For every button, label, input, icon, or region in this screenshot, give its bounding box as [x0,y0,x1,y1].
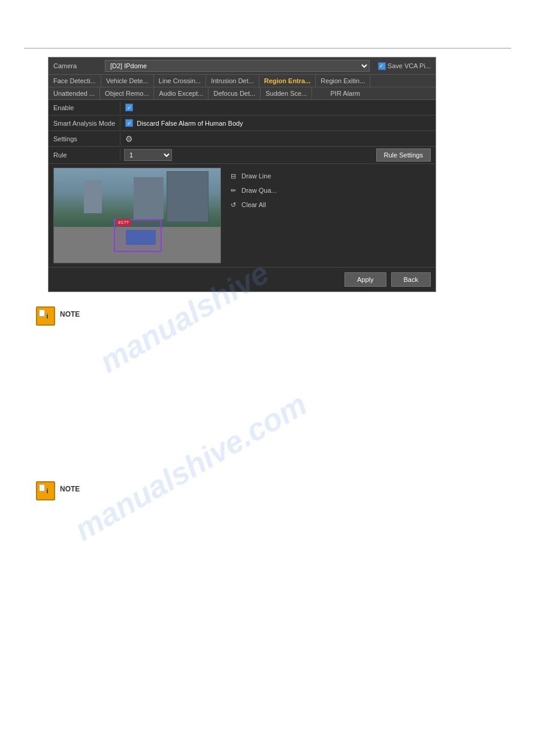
video-background: #1?? [54,168,220,263]
note-section-1: i NOTE [24,306,511,326]
video-frame: #1?? [53,168,221,263]
tab-region-exiting[interactable]: Region Exitin... [316,75,370,87]
save-vca-label: Save VCA Pi... [388,62,431,69]
draw-line-item[interactable]: ⊟ Draw Line [226,170,431,182]
tab-line-crossing[interactable]: Line Crossin... [154,75,206,87]
video-toolbar: ⊟ Draw Line ✏ Draw Qua... ↺ Clear All [226,168,431,263]
settings-row: Settings ⚙ [49,131,436,147]
building-3 [84,180,102,213]
rule-select[interactable]: 1 [124,149,172,161]
form-area: Enable ✓ Smart Analysis Mode ✓ Discard F… [49,100,436,164]
settings-value: ⚙ [120,132,436,146]
tab-audio-exception[interactable]: Audio Except... [154,87,208,99]
draw-line-label: Draw Line [241,172,271,180]
smart-analysis-checkbox[interactable]: ✓ [125,119,133,127]
draw-line-icon: ⊟ [228,171,238,181]
tab-intrusion[interactable]: Intrusion Det... [206,75,259,87]
rule-label: Rule [49,149,120,161]
tab-pir-alarm[interactable]: PIR Alarm [312,87,378,99]
building-1 [167,171,208,222]
smart-analysis-value: ✓ Discard False Alarm of Human Body [120,117,436,129]
camera-row: Camera [D2] IPdome ✓ Save VCA Pi... [49,57,436,75]
rule-row: Rule 1 Rule Settings [49,147,436,164]
rule-value: 1 [120,147,376,163]
clear-all-label: Clear All [241,201,266,208]
smart-analysis-label: Smart Analysis Mode [49,117,120,129]
clear-all-icon: ↺ [228,200,238,210]
apply-button[interactable]: Apply [344,272,386,287]
enable-label: Enable [49,102,120,114]
enable-row: Enable ✓ [49,100,436,116]
draw-quad-icon: ✏ [228,186,238,195]
draw-quad-item[interactable]: ✏ Draw Qua... [226,184,431,196]
tab-region-entrance[interactable]: Region Entra... [259,75,316,87]
selection-label: #1?? [116,219,131,226]
tab-sudden-scene[interactable]: Sudden Sce... [261,87,312,99]
building-2 [134,177,164,219]
smart-analysis-row: Smart Analysis Mode ✓ Discard False Alar… [49,116,436,131]
top-divider [24,48,511,48]
tabs-row1: Face Detecti... Vehicle Dete... Line Cro… [49,75,436,87]
save-vca-checkbox[interactable]: ✓ [378,62,386,70]
bottom-buttons: Apply Back [49,267,436,292]
clear-all-item[interactable]: ↺ Clear All [226,199,431,211]
smart-analysis-text: Discard False Alarm of Human Body [137,120,243,127]
note-icon-1: i [36,306,55,326]
camera-select[interactable]: [D2] IPdome [105,60,370,72]
note-label-2: NOTE [60,485,80,493]
selection-box: #1?? [114,219,162,252]
tab-defocus[interactable]: Defocus Det... [208,87,261,99]
camera-label: Camera [53,62,101,69]
gear-icon[interactable]: ⚙ [125,134,133,144]
rule-settings-button[interactable]: Rule Settings [376,148,431,162]
enable-checkbox[interactable]: ✓ [125,104,133,111]
tab-vehicle-detection[interactable]: Vehicle Dete... [101,75,154,87]
video-area: #1?? ⊟ Draw Line ✏ Draw Qua... ↺ Clear A… [49,164,436,267]
note-label-1: NOTE [60,310,80,318]
save-vca-option: ✓ Save VCA Pi... [378,62,431,70]
back-button[interactable]: Back [391,272,431,287]
tab-object-removal[interactable]: Object Remo... [100,87,154,99]
tabs-row2: Unattended ... Object Remo... Audio Exce… [49,87,436,100]
note-icon-2: i [36,481,55,500]
tab-face-detection[interactable]: Face Detecti... [49,75,101,87]
ui-panel: Camera [D2] IPdome ✓ Save VCA Pi... Face… [48,57,436,292]
settings-label: Settings [49,133,120,145]
draw-quad-label: Draw Qua... [241,187,277,194]
enable-value: ✓ [120,101,436,114]
note-section-2: i NOTE [24,481,511,500]
tab-unattended[interactable]: Unattended ... [49,87,100,99]
